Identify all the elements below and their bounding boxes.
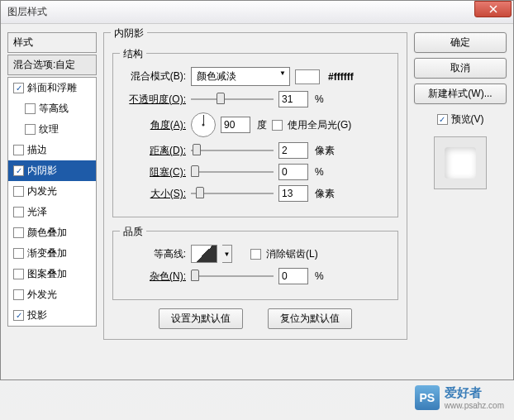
- style-checkbox[interactable]: [13, 248, 24, 259]
- style-item-2[interactable]: 纹理: [8, 119, 96, 140]
- dialog-content: 样式 混合选项:自定 斜面和浮雕等高线纹理描边内阴影内发光光泽颜色叠加渐变叠加图…: [1, 24, 513, 379]
- style-label: 外发光: [27, 288, 57, 302]
- set-default-button[interactable]: 设置为默认值: [159, 308, 243, 329]
- style-label: 内发光: [27, 184, 57, 198]
- style-label: 投影: [27, 308, 47, 322]
- antialias-label: 消除锯齿(L): [266, 247, 318, 261]
- style-checkbox[interactable]: [25, 103, 36, 114]
- size-input[interactable]: [278, 185, 308, 202]
- angle-label: 角度(A):: [121, 118, 186, 132]
- style-checkbox[interactable]: [13, 83, 24, 93]
- styles-panel: 样式 混合选项:自定 斜面和浮雕等高线纹理描边内阴影内发光光泽颜色叠加渐变叠加图…: [7, 32, 97, 371]
- default-buttons-row: 设置为默认值 复位为默认值: [112, 308, 398, 329]
- contour-swatch[interactable]: [191, 245, 217, 263]
- distance-input[interactable]: [278, 142, 308, 159]
- style-checkbox[interactable]: [13, 186, 24, 197]
- noise-row: 杂色(N): %: [121, 268, 389, 284]
- blend-mode-label: 混合模式(B):: [121, 69, 186, 84]
- angle-row: 角度(A): 度 使用全局光(G): [121, 112, 389, 137]
- style-item-1[interactable]: 等高线: [8, 98, 96, 119]
- style-label: 渐变叠加: [27, 246, 67, 260]
- watermark-text: 爱好者 www.psahz.com: [445, 385, 504, 410]
- opacity-row: 不透明度(O): %: [121, 91, 389, 107]
- noise-slider[interactable]: [191, 270, 274, 283]
- inner-shadow-group: 内阴影 结构 混合模式(B): 颜色减淡 #ffffff 不透明度(O): %: [103, 32, 407, 340]
- style-checkbox[interactable]: [13, 310, 24, 321]
- preview-checkbox[interactable]: [437, 114, 448, 125]
- style-checkbox[interactable]: [25, 124, 36, 135]
- style-checkbox[interactable]: [13, 227, 24, 238]
- structure-title: 结构: [120, 47, 146, 61]
- style-item-9[interactable]: 图案叠加: [8, 264, 96, 284]
- style-label: 等高线: [39, 102, 69, 116]
- opacity-label: 不透明度(O):: [121, 93, 186, 107]
- size-slider[interactable]: [191, 187, 274, 200]
- new-style-button[interactable]: 新建样式(W)...: [414, 84, 507, 104]
- choke-label: 阻塞(C):: [121, 165, 186, 179]
- titlebar: 图层样式: [1, 1, 513, 24]
- styles-header[interactable]: 样式: [7, 32, 97, 53]
- style-list: 斜面和浮雕等高线纹理描边内阴影内发光光泽颜色叠加渐变叠加图案叠加外发光投影: [7, 77, 97, 327]
- opacity-slider[interactable]: [191, 93, 274, 106]
- style-checkbox[interactable]: [13, 269, 24, 279]
- reset-default-button[interactable]: 复位为默认值: [268, 308, 352, 329]
- style-item-7[interactable]: 颜色叠加: [8, 222, 96, 243]
- global-light-label: 使用全局光(G): [288, 118, 351, 132]
- antialias-checkbox[interactable]: [250, 249, 261, 260]
- watermark-icon: PS: [415, 385, 440, 410]
- group-title: 内阴影: [111, 26, 147, 41]
- size-label: 大小(S):: [121, 187, 186, 201]
- close-button[interactable]: [474, 1, 512, 17]
- right-panel: 确定 取消 新建样式(W)... 预览(V): [414, 32, 507, 371]
- distance-label: 距离(D):: [121, 144, 186, 158]
- color-swatch[interactable]: [295, 69, 320, 84]
- quality-title: 品质: [120, 225, 146, 239]
- preview-label: 预览(V): [451, 112, 484, 126]
- choke-input[interactable]: [278, 164, 308, 180]
- noise-input[interactable]: [278, 268, 308, 284]
- style-item-8[interactable]: 渐变叠加: [8, 243, 96, 264]
- contour-label: 等高线:: [121, 247, 186, 261]
- noise-label: 杂色(N):: [121, 270, 186, 284]
- style-item-10[interactable]: 外发光: [8, 284, 96, 305]
- global-light-checkbox[interactable]: [272, 120, 283, 131]
- contour-dropdown[interactable]: ▼: [222, 245, 232, 263]
- ok-button[interactable]: 确定: [414, 32, 507, 53]
- percent-unit: %: [315, 93, 324, 105]
- style-item-4[interactable]: 内阴影: [8, 160, 96, 181]
- style-label: 图案叠加: [27, 267, 67, 281]
- style-item-11[interactable]: 投影: [8, 305, 96, 326]
- watermark: PS 爱好者 www.psahz.com: [415, 385, 504, 410]
- cancel-button[interactable]: 取消: [414, 58, 507, 79]
- px-unit: 像素: [315, 144, 335, 158]
- style-item-0[interactable]: 斜面和浮雕: [8, 78, 96, 98]
- degree-unit: 度: [257, 118, 267, 132]
- blend-mode-dropdown[interactable]: 颜色减淡: [191, 67, 290, 86]
- percent-unit-3: %: [315, 270, 324, 282]
- choke-slider[interactable]: [191, 165, 274, 179]
- style-label: 内阴影: [27, 164, 57, 178]
- percent-unit-2: %: [315, 166, 324, 178]
- layer-style-dialog: 图层样式 样式 混合选项:自定 斜面和浮雕等高线纹理描边内阴影内发光光泽颜色叠加…: [0, 0, 514, 380]
- style-checkbox[interactable]: [13, 289, 24, 300]
- style-checkbox[interactable]: [13, 165, 24, 176]
- style-item-5[interactable]: 内发光: [8, 181, 96, 202]
- style-checkbox[interactable]: [13, 207, 24, 217]
- main-panel: 内阴影 结构 混合模式(B): 颜色减淡 #ffffff 不透明度(O): %: [103, 32, 407, 371]
- blend-options[interactable]: 混合选项:自定: [7, 55, 97, 75]
- watermark-url: www.psahz.com: [445, 401, 504, 410]
- hex-value: #ffffff: [328, 71, 354, 83]
- choke-row: 阻塞(C): %: [121, 164, 389, 180]
- style-item-6[interactable]: 光泽: [8, 202, 96, 222]
- style-label: 颜色叠加: [27, 226, 67, 240]
- preview-box: [434, 136, 487, 189]
- quality-group: 品质 等高线: ▼ 消除锯齿(L) 杂色(N): %: [112, 231, 398, 300]
- angle-dial[interactable]: [191, 112, 216, 137]
- distance-slider[interactable]: [191, 144, 274, 157]
- blend-mode-row: 混合模式(B): 颜色减淡 #ffffff: [121, 67, 389, 86]
- style-checkbox[interactable]: [13, 145, 24, 155]
- style-item-3[interactable]: 描边: [8, 140, 96, 160]
- angle-input[interactable]: [221, 117, 250, 133]
- opacity-input[interactable]: [278, 91, 308, 107]
- size-row: 大小(S): 像素: [121, 185, 389, 202]
